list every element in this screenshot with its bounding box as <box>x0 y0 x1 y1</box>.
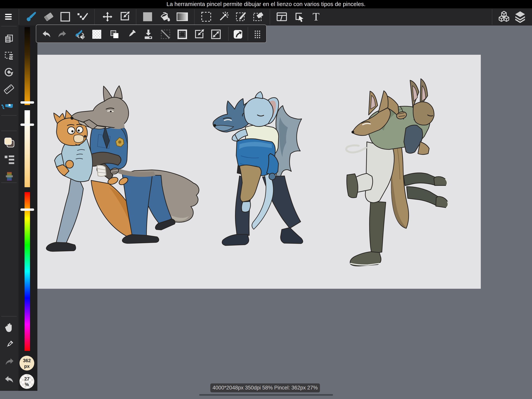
svg-text:T: T <box>313 10 319 23</box>
